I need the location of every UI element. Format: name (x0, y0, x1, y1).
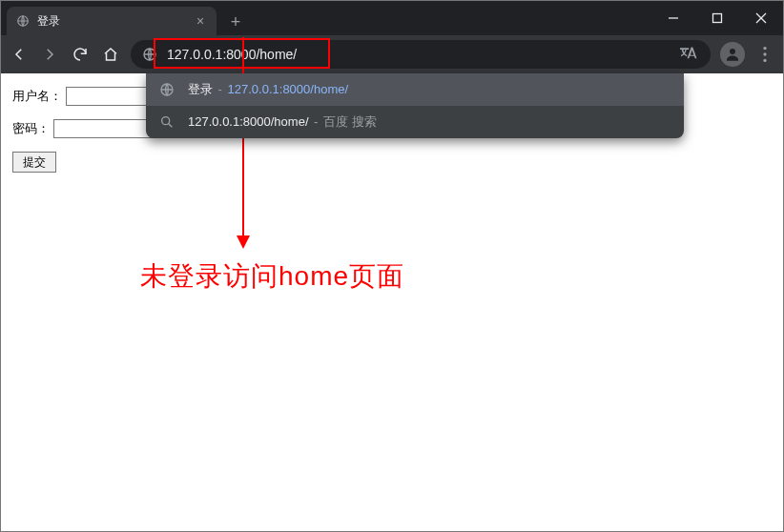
browser-tab[interactable]: 登录 × (7, 7, 217, 35)
svg-line-12 (169, 124, 173, 128)
home-button[interactable] (100, 44, 121, 65)
search-icon (159, 114, 175, 130)
svg-point-11 (162, 117, 170, 125)
suggestion-url: 127.0.0.1:8000/home/ (188, 114, 309, 129)
suggestion-suffix: 百度 搜索 (323, 114, 377, 129)
window-controls (651, 1, 783, 35)
svg-point-7 (763, 47, 766, 50)
password-label: 密码： (12, 120, 50, 137)
translate-icon[interactable] (680, 45, 699, 64)
url-suggestions-dropdown: 登录 - 127.0.0.1:8000/home/ 127.0.0.1:8000… (146, 73, 684, 138)
svg-point-9 (763, 59, 766, 62)
svg-rect-2 (713, 14, 722, 23)
suggestion-prefix: 登录 (188, 82, 213, 96)
address-bar[interactable] (131, 40, 711, 69)
username-label: 用户名： (12, 88, 62, 105)
annotation-arrow (242, 37, 244, 247)
site-info-icon[interactable] (142, 47, 157, 62)
back-button[interactable] (9, 44, 30, 65)
svg-point-8 (763, 52, 766, 55)
new-tab-button[interactable]: + (222, 9, 249, 35)
svg-point-6 (730, 49, 735, 54)
globe-icon (16, 14, 30, 28)
close-window-button[interactable] (739, 1, 783, 35)
maximize-button[interactable] (695, 1, 739, 35)
title-bar: 登录 × + (1, 1, 783, 35)
minimize-button[interactable] (651, 1, 695, 35)
suggestion-url: 127.0.0.1:8000/home/ (228, 82, 349, 96)
globe-icon (159, 82, 175, 97)
forward-button[interactable] (39, 44, 60, 65)
suggestion-item[interactable]: 登录 - 127.0.0.1:8000/home/ (146, 73, 684, 106)
annotation-text: 未登录访问home页面 (140, 258, 404, 295)
kebab-menu-icon[interactable] (754, 44, 775, 65)
close-tab-icon[interactable]: × (194, 14, 207, 28)
profile-avatar[interactable] (720, 42, 745, 67)
submit-button[interactable]: 提交 (12, 152, 56, 173)
suggestion-item[interactable]: 127.0.0.1:8000/home/ - 百度 搜索 (146, 106, 684, 138)
tab-title: 登录 (37, 13, 60, 30)
toolbar (1, 35, 783, 73)
reload-button[interactable] (70, 44, 91, 65)
